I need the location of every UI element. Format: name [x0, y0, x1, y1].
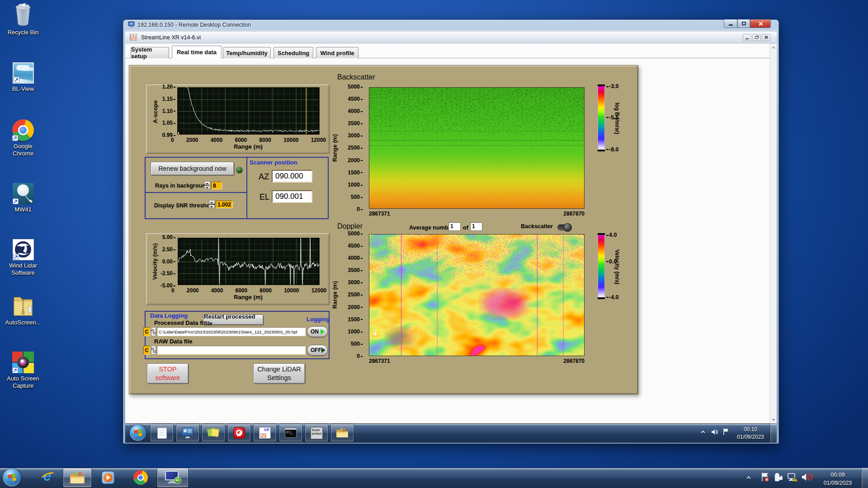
- remote-tray-volume-icon[interactable]: [711, 428, 719, 436]
- rays-value-field[interactable]: 8: [211, 182, 222, 189]
- rdp-close-button[interactable]: [750, 19, 771, 28]
- tab-scheduling[interactable]: Scheduling: [274, 47, 313, 58]
- led-arrow-icon: [321, 347, 326, 353]
- vertical-scrollbar[interactable]: [769, 43, 777, 423]
- velocity-x-axis-label: Range (m): [217, 294, 280, 300]
- spin-down-icon[interactable]: [209, 205, 215, 209]
- doppler-section-title: Doppler: [337, 222, 363, 230]
- doppler-heatmap: [369, 234, 585, 356]
- host-taskbar-remote-desktop[interactable]: [157, 468, 188, 487]
- az-value-field[interactable]: 090.000: [272, 170, 312, 183]
- raw-data-file-label: RAW Data file: [154, 338, 193, 345]
- of-label: of: [463, 225, 468, 231]
- host-taskbar-internet-explorer[interactable]: e: [36, 468, 61, 487]
- backscatter-x-start: 2867371: [369, 211, 390, 217]
- vi-window-icon: [130, 34, 137, 41]
- vi-restore-button[interactable]: [752, 34, 761, 41]
- host-start-button[interactable]: [3, 469, 21, 487]
- remote-taskbar-explorer[interactable]: [331, 424, 354, 441]
- remote-taskbar-sticky-notes[interactable]: [202, 424, 225, 441]
- processed-logging-on-switch[interactable]: ON: [307, 326, 328, 337]
- processed-data-path-field[interactable]: C:\Lidar\Data\Proc\2023\202309\20230901\…: [157, 327, 306, 336]
- scroll-up-icon[interactable]: [771, 44, 776, 50]
- average-total-field[interactable]: 1: [470, 222, 482, 231]
- desktop-icon-auto-screen-capture[interactable]: Auto Screen Capture: [3, 349, 43, 389]
- remote-taskbar-stop-power[interactable]: [228, 424, 250, 441]
- host-taskbar-chrome[interactable]: [128, 468, 153, 487]
- scan-scheduler-icon: Scan sched: [311, 427, 323, 439]
- vi-minimize-button[interactable]: [743, 34, 751, 41]
- desktop-icon-bl-view[interactable]: BL-View: [3, 59, 43, 93]
- scanner-position-box: [246, 157, 329, 219]
- maximize-icon: [742, 22, 746, 25]
- backscatter-toggle[interactable]: [557, 224, 571, 230]
- processed-drive-badge[interactable]: C: [143, 327, 150, 336]
- zip-folder-icon: [12, 293, 34, 317]
- el-value-field[interactable]: 090.001: [272, 190, 312, 203]
- tab-system-setup[interactable]: System setup: [131, 47, 169, 58]
- ascope-y-axis-label: A-scope: [152, 93, 159, 131]
- remote-taskbar-notepad[interactable]: [151, 424, 173, 441]
- desktop-icon-google-chrome[interactable]: Google Chrome: [3, 117, 43, 157]
- vi-window-title: StreamLine XR v14-6.vi: [141, 34, 201, 41]
- path-browse-icon[interactable]: [151, 327, 156, 336]
- remote-show-desktop-button[interactable]: [770, 423, 777, 443]
- rdp-maximize-button[interactable]: [737, 19, 750, 28]
- rays-spinner[interactable]: [204, 181, 210, 189]
- backscatter-y-axis-label: Range (m): [332, 127, 338, 168]
- remote-taskbar-command-prompt[interactable]: C:\_: [279, 424, 302, 441]
- backscatter-colorbar-title: log B (/m/sr): [614, 97, 620, 140]
- remote-clock[interactable]: 00:10 01/09/2023: [733, 426, 768, 441]
- host-tray-expand-icon[interactable]: [746, 475, 751, 480]
- backscatter-toggle-label: Backscatter: [521, 223, 553, 230]
- host-taskbar-windows-explorer[interactable]: [63, 468, 91, 487]
- remote-tray-action-center-icon[interactable]: [722, 428, 730, 436]
- backscatter-heatmap: [369, 87, 585, 209]
- host-tray-power-icon[interactable]: [773, 472, 784, 483]
- rdp-caption-buttons: [724, 19, 771, 28]
- desktop-icon-wind-lidar[interactable]: Wind Lidar Software: [3, 236, 43, 276]
- host-tray-action-center-icon[interactable]: [760, 472, 770, 483]
- stop-software-button[interactable]: STOPsoftware: [147, 363, 189, 384]
- host-taskbar-media-player[interactable]: [96, 468, 120, 487]
- raw-drive-badge[interactable]: C: [143, 346, 150, 355]
- remote-taskbar-display-settings[interactable]: [176, 424, 199, 441]
- spin-up-icon[interactable]: [204, 181, 210, 185]
- tab-real-time-data[interactable]: Real time data: [172, 46, 222, 58]
- doppler-x-start: 2867371: [369, 358, 390, 364]
- scroll-down-icon[interactable]: [771, 417, 776, 422]
- remote-taskbar-labview-xr[interactable]: XR: [254, 424, 276, 441]
- scanner-position-title: Scanner position: [250, 159, 297, 166]
- raw-logging-off-switch[interactable]: OFF: [307, 345, 328, 356]
- host-tray-network-icon[interactable]: [787, 472, 798, 483]
- restart-processed-file-button[interactable]: Restart processed file: [203, 314, 264, 325]
- vi-close-button[interactable]: [762, 34, 770, 41]
- average-number-field[interactable]: 1: [448, 222, 461, 231]
- snr-spinner[interactable]: [209, 200, 215, 208]
- tab-temp-humidity[interactable]: Temp/humidity: [223, 47, 271, 58]
- backscatter-y-ticks: 5000450040003500300025002000150010005000: [340, 84, 363, 211]
- desktop-icon-mw41[interactable]: MW41: [3, 180, 43, 213]
- desktop-icon-autoscreen-zip[interactable]: AutoScreen...: [3, 293, 43, 326]
- renew-status-led: [236, 167, 243, 174]
- spin-up-icon[interactable]: [209, 200, 215, 204]
- host-clock[interactable]: 00:09 01/09/2023: [816, 471, 859, 487]
- remote-tray-expand-icon[interactable]: [700, 430, 706, 434]
- rdp-minimize-button[interactable]: [724, 19, 737, 28]
- spin-down-icon[interactable]: [204, 186, 210, 190]
- desktop-icon-recycle-bin[interactable]: Recycle Bin: [3, 3, 43, 36]
- path-browse-icon[interactable]: [151, 346, 156, 355]
- snr-value-field[interactable]: 1.002: [216, 201, 233, 208]
- raw-data-path-field[interactable]: [157, 346, 306, 355]
- host-show-desktop-button[interactable]: [862, 468, 868, 488]
- remote-taskbar-scan-scheduler[interactable]: Scan sched: [305, 424, 328, 441]
- vi-caption-buttons: [742, 34, 770, 41]
- folder-icon: [70, 472, 85, 484]
- renew-background-button[interactable]: Renew background now: [151, 162, 234, 175]
- change-lidar-settings-button[interactable]: Change LiDARSettings: [253, 363, 305, 384]
- host-tray-volume-muted-icon[interactable]: [801, 472, 814, 483]
- remote-start-button[interactable]: [130, 425, 146, 441]
- tab-wind-profile[interactable]: Wind profile: [316, 47, 359, 58]
- close-icon: [758, 21, 763, 26]
- display-settings-icon: [182, 427, 193, 438]
